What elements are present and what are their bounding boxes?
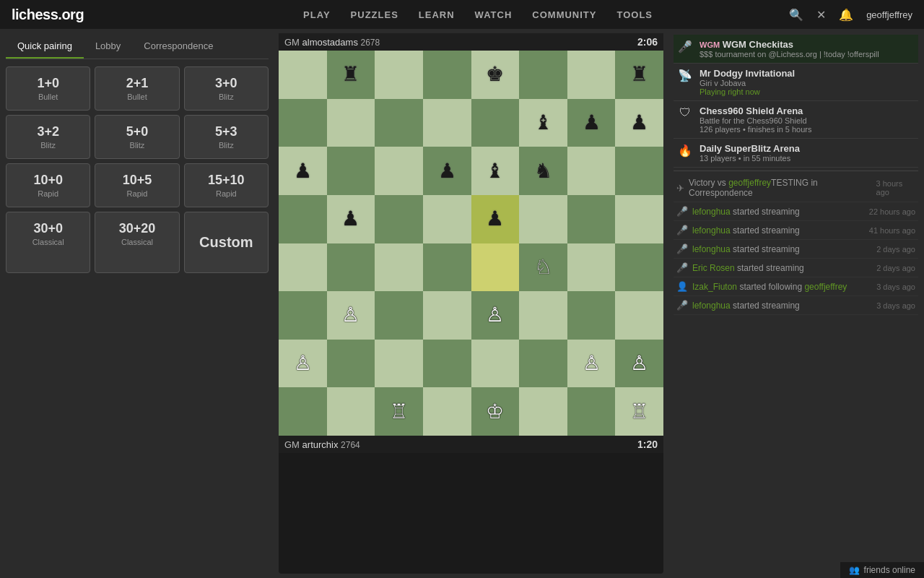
pairing-2-1[interactable]: 2+1 Bullet [95,66,179,111]
board-square[interactable]: ♜ [327,51,375,99]
board-square[interactable] [279,387,327,436]
tab-quick-pairing[interactable]: Quick pairing [6,35,84,59]
board-square[interactable]: ♚ [471,51,520,99]
nav-community[interactable]: COMMUNITY [532,9,596,20]
board-square[interactable] [615,195,663,243]
board-square[interactable] [567,387,616,436]
board-square[interactable]: ♟ [567,99,616,147]
pairing-5-0[interactable]: 5+0 Blitz [95,115,179,159]
board-square[interactable] [423,51,471,99]
board-square[interactable]: ♞ [519,147,567,195]
board-square[interactable] [327,147,375,195]
board-square[interactable] [279,291,327,340]
board-square[interactable] [375,99,423,147]
board-square[interactable] [279,99,327,147]
board-square[interactable] [375,147,423,195]
board-square[interactable] [423,99,471,147]
board-square[interactable] [567,51,616,99]
pairing-3-0[interactable]: 3+0 Blitz [184,66,269,111]
pairing-30-0[interactable]: 30+0 Classical [6,212,90,273]
nav-puzzles[interactable]: PUZZLES [351,9,398,20]
board-square[interactable] [471,340,520,388]
pairing-15-10[interactable]: 15+10 Rapid [184,163,269,207]
featured-stream[interactable]: 🎤 WGM WGM Checkitas $$$ tournament on @L… [674,35,918,64]
black-piece: ♟ [294,161,312,181]
board-square[interactable]: ♟ [615,99,663,147]
search-icon[interactable]: 🔍 [789,8,803,22]
board-square[interactable] [279,243,327,292]
board-square[interactable] [375,51,423,99]
board-square[interactable] [375,340,423,388]
board-square[interactable]: ♖ [375,387,423,436]
pairing-10-0[interactable]: 10+0 Rapid [6,163,90,207]
board-square[interactable]: ♔ [471,387,520,436]
nav-play[interactable]: PLAY [303,9,330,20]
board-square[interactable] [279,195,327,243]
board-square[interactable]: ♙ [279,340,327,388]
board-square[interactable] [519,195,567,243]
tab-correspondence[interactable]: Correspondence [132,35,225,59]
board-square[interactable]: ♟ [327,195,375,243]
friends-bar[interactable]: 👥 friends online [840,562,924,578]
board-square[interactable] [567,291,616,340]
board-square[interactable] [519,340,567,388]
pairing-5-3[interactable]: 5+3 Blitz [184,115,269,159]
board-square[interactable] [519,51,567,99]
board-square[interactable] [615,147,663,195]
board-square[interactable]: ♟ [279,147,327,195]
board-square[interactable]: ♘ [519,243,567,292]
board-square[interactable] [327,243,375,292]
board-square[interactable]: ♝ [519,99,567,147]
board-square[interactable] [567,243,616,292]
board-square[interactable] [375,195,423,243]
pairing-type: Blitz [101,141,173,150]
board-square[interactable]: ♜ [615,51,663,99]
board-square[interactable] [375,291,423,340]
white-piece: ♙ [341,305,359,325]
board-square[interactable]: ♙ [615,340,663,388]
board-square[interactable] [423,340,471,388]
board-square[interactable] [423,243,471,292]
board-square[interactable] [327,387,375,436]
board-square[interactable] [327,99,375,147]
board-square[interactable] [471,243,520,292]
board-square[interactable] [327,340,375,388]
board-square[interactable] [423,387,471,436]
board-square[interactable] [519,387,567,436]
board-square[interactable] [567,195,616,243]
board-square[interactable]: ♖ [615,387,663,436]
event-superblitz[interactable]: 🔥 Daily SuperBlitz Arena 13 players • in… [674,139,918,168]
nav-watch[interactable]: WATCH [475,9,513,20]
close-icon[interactable]: ✕ [816,8,826,22]
username-display[interactable]: geoffjeffrey [866,9,912,20]
bell-icon[interactable]: 🔔 [839,8,853,22]
pairing-custom[interactable]: Custom [184,212,269,273]
nav-learn[interactable]: LEARN [419,9,455,20]
board-square[interactable] [615,243,663,292]
board-square[interactable]: ♟ [471,195,520,243]
pairing-3-2[interactable]: 3+2 Blitz [6,115,90,159]
board-square[interactable] [519,291,567,340]
board-square[interactable]: ♙ [567,340,616,388]
board-square[interactable] [375,243,423,292]
pairing-30-20[interactable]: 30+20 Classical [95,212,179,273]
board-square[interactable] [615,291,663,340]
site-logo[interactable]: lichess.org [12,7,84,23]
board-square[interactable]: ♝ [471,147,520,195]
board-square[interactable] [423,291,471,340]
nav-tools[interactable]: TOOLS [616,9,653,20]
board-square[interactable]: ♟ [423,147,471,195]
board-square[interactable] [279,51,327,99]
board-square[interactable] [567,147,616,195]
pairing-grid: 1+0 Bullet 2+1 Bullet 3+0 Blitz 3+2 Blit… [6,66,269,273]
tab-lobby[interactable]: Lobby [84,35,132,59]
black-piece: ♟ [486,209,504,229]
board-square[interactable]: ♙ [327,291,375,340]
event-mr-dodgy[interactable]: 📡 Mr Dodgy Invitational Giri v Jobava Pl… [674,64,918,101]
event-chess960[interactable]: 🛡 Chess960 Shield Arena Battle for the C… [674,101,918,139]
board-square[interactable] [471,99,520,147]
pairing-1-0[interactable]: 1+0 Bullet [6,66,90,111]
board-square[interactable]: ♙ [471,291,520,340]
board-square[interactable] [423,195,471,243]
pairing-10-5[interactable]: 10+5 Rapid [95,163,179,207]
